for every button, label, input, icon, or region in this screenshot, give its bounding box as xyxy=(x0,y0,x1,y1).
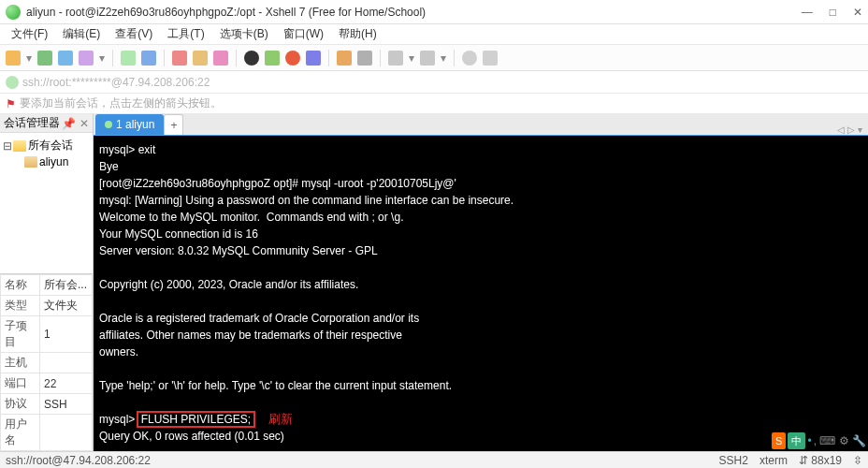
properties-panel: 名称所有会...类型文件夹子项目1主机端口22协议SSH用户名 xyxy=(0,273,93,451)
session-tree[interactable]: ⊟ 所有会话 aliyun xyxy=(0,133,93,273)
prop-row: 主机 xyxy=(1,353,93,373)
tab-add-label: + xyxy=(170,119,177,132)
annotation-refresh: 刷新 xyxy=(268,412,293,426)
status-protocol: SSH2 xyxy=(719,454,748,467)
properties-icon[interactable] xyxy=(141,51,156,66)
tree-root-label: 所有会话 xyxy=(28,138,73,154)
tab-label: 1 aliyun xyxy=(116,118,154,131)
window-title: aliyun - root@iZ2zeh69o3ru86oyhphgpoZ:/o… xyxy=(26,6,802,19)
sidebar-title-bar: 会话管理器 📌 ✕ xyxy=(0,114,93,133)
tree-root[interactable]: ⊟ 所有会话 xyxy=(2,137,91,154)
status-termtype: xterm xyxy=(760,454,788,467)
print-icon[interactable] xyxy=(357,51,372,66)
right-pane: 1 aliyun + ◁ ▷ ▾ mysql> exit Bye [root@i… xyxy=(94,114,868,451)
reconnect-icon[interactable] xyxy=(121,51,136,66)
flag-icon: ⚑ xyxy=(6,97,16,110)
open-icon[interactable] xyxy=(37,51,52,66)
ime-badge-cn[interactable]: 中 xyxy=(788,432,805,449)
hint-text: 要添加当前会话，点击左侧的箭头按钮。 xyxy=(20,95,222,111)
copy-icon[interactable] xyxy=(172,51,187,66)
sidebar-close-icon[interactable]: ✕ xyxy=(80,117,89,130)
close-button[interactable]: ✕ xyxy=(853,6,862,19)
layout-icon[interactable] xyxy=(388,51,403,66)
menu-bar: 文件(F) 编辑(E) 查看(V) 工具(T) 选项卡(B) 窗口(W) 帮助(… xyxy=(0,24,868,45)
address-text: ssh://root:*********@47.94.208.206:22 xyxy=(22,76,210,89)
menu-tabs[interactable]: 选项卡(B) xyxy=(212,24,276,44)
tree-node-label: aliyun xyxy=(39,155,68,168)
tool-d-icon[interactable] xyxy=(306,51,321,66)
status-bar: ssh://root@47.94.208.206:22 SSH2 xterm ⇵… xyxy=(0,451,868,468)
disconnect-icon[interactable] xyxy=(79,51,94,66)
highlighted-command: FLUSH PRIVILEGES; xyxy=(138,413,253,426)
expander-icon[interactable]: ⊟ xyxy=(2,139,13,153)
menu-help[interactable]: 帮助(H) xyxy=(331,24,384,44)
sidebar-pin-icon[interactable]: 📌 xyxy=(62,117,76,130)
find-icon[interactable] xyxy=(213,51,228,66)
prop-row: 子项目1 xyxy=(1,316,93,353)
main-area: 会话管理器 📌 ✕ ⊟ 所有会话 aliyun 名称所有会...类型文件夹子项目… xyxy=(0,114,868,451)
tool-b-icon[interactable] xyxy=(265,51,280,66)
sidebar: 会话管理器 📌 ✕ ⊟ 所有会话 aliyun 名称所有会...类型文件夹子项目… xyxy=(0,114,94,451)
sidebar-title: 会话管理器 xyxy=(4,115,60,131)
help-icon[interactable] xyxy=(462,51,477,66)
tab-add[interactable]: + xyxy=(164,114,183,135)
hint-bar: ⚑ 要添加当前会话，点击左侧的箭头按钮。 xyxy=(0,94,868,114)
app-icon xyxy=(6,5,21,20)
toolbar: ▾ ▾ ▾ ▾ xyxy=(0,45,868,71)
prop-row: 协议SSH xyxy=(1,394,93,415)
prop-row: 用户名 xyxy=(1,415,93,451)
tab-status-icon xyxy=(105,121,112,128)
address-bar[interactable]: ssh://root:*********@47.94.208.206:22 xyxy=(0,71,868,94)
prop-row: 名称所有会... xyxy=(1,275,93,296)
connect-icon[interactable] xyxy=(58,51,73,66)
split-icon[interactable] xyxy=(420,51,435,66)
terminal[interactable]: mysql> exit Bye [root@iZ2zeh69o3ru86oyhp… xyxy=(94,136,868,451)
status-scroll: ⇳ xyxy=(853,454,862,467)
minimize-button[interactable]: — xyxy=(802,6,813,19)
tool-c-icon[interactable] xyxy=(285,51,300,66)
tab-bar: 1 aliyun + ◁ ▷ ▾ xyxy=(94,114,868,136)
window-controls: — □ ✕ xyxy=(802,6,862,19)
tab-nav-arrows[interactable]: ◁ ▷ ▾ xyxy=(837,124,868,135)
ime-badge-s[interactable]: S xyxy=(772,432,786,449)
prop-row: 类型文件夹 xyxy=(1,296,93,316)
prop-row: 端口22 xyxy=(1,373,93,394)
tool-a-icon[interactable] xyxy=(244,51,259,66)
menu-edit[interactable]: 编辑(E) xyxy=(55,24,108,44)
paste-icon[interactable] xyxy=(193,51,208,66)
menu-tools[interactable]: 工具(T) xyxy=(160,24,211,44)
status-size: ⇵ 88x19 xyxy=(799,454,842,467)
new-session-icon[interactable] xyxy=(6,51,21,66)
menu-window[interactable]: 窗口(W) xyxy=(276,24,331,44)
lock-icon[interactable] xyxy=(337,51,352,66)
maximize-button[interactable]: □ xyxy=(830,6,836,19)
title-bar: aliyun - root@iZ2zeh69o3ru86oyhphgpoZ:/o… xyxy=(0,0,868,24)
about-icon[interactable] xyxy=(483,51,498,66)
menu-file[interactable]: 文件(F) xyxy=(4,24,55,44)
properties-table: 名称所有会...类型文件夹子项目1主机端口22协议SSH用户名 xyxy=(0,274,93,451)
connection-icon xyxy=(6,76,19,89)
session-icon xyxy=(24,156,37,168)
folder-icon xyxy=(13,140,26,152)
ime-overlay: S 中 • , ⌨ ⚙ 🔧 xyxy=(772,432,866,449)
menu-view[interactable]: 查看(V) xyxy=(108,24,160,44)
tree-node-aliyun[interactable]: aliyun xyxy=(2,154,91,169)
status-connection: ssh://root@47.94.208.206:22 xyxy=(6,454,151,467)
tab-aliyun[interactable]: 1 aliyun xyxy=(95,114,164,135)
